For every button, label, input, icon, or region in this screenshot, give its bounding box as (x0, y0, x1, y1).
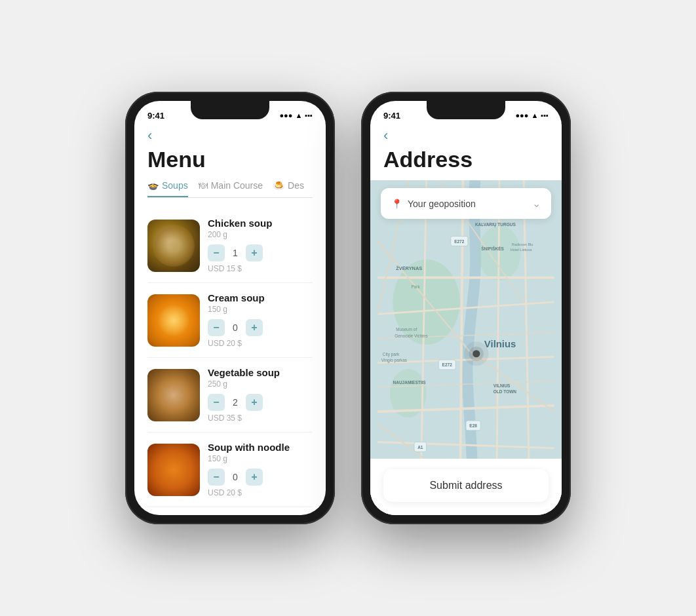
tab-soups[interactable]: 🍲 Soups (147, 180, 188, 197)
qty-decrease-3[interactable]: − (208, 394, 225, 411)
signal-icon-2: ●●● (515, 111, 528, 119)
qty-increase-1[interactable]: + (246, 244, 263, 261)
svg-text:Park: Park (411, 284, 420, 289)
soups-tab-icon: 🍲 (147, 180, 159, 191)
desserts-tab-icon: 🍮 (273, 180, 284, 191)
phone-screen-2: 9:41 ●●● ▲ ▪▪▪ ‹ Address (370, 101, 562, 515)
qty-row-2: − 0 + (208, 319, 313, 336)
food-image-cream-soup (147, 294, 200, 347)
geoposition-label: Your geoposition (408, 199, 476, 209)
qty-decrease-2[interactable]: − (208, 319, 225, 336)
time-1: 9:41 (147, 111, 164, 121)
wifi-icon-2: ▲ (531, 111, 538, 119)
svg-text:Vingio parkas: Vingio parkas (381, 358, 408, 363)
food-weight-4: 150 g (208, 454, 313, 463)
address-header: ‹ Address (370, 125, 562, 180)
qty-row-3: − 2 + (208, 394, 313, 411)
food-info-noodle-soup: Soup with noodle 150 g − 0 + USD 20 $ (208, 442, 313, 497)
qty-increase-3[interactable]: + (246, 394, 263, 411)
tab-main-course[interactable]: 🍽 Main Course (199, 180, 263, 197)
svg-text:Museum of: Museum of (396, 327, 417, 332)
food-weight-2: 150 g (208, 305, 313, 314)
svg-text:NAUJAMIESTIIS: NAUJAMIESTIIS (393, 380, 427, 385)
svg-text:OLD TOWN: OLD TOWN (493, 389, 517, 394)
chevron-down-icon: ⌄ (532, 197, 541, 210)
svg-text:E272: E272 (454, 239, 465, 244)
status-icons-1: ●●● ▲ ▪▪▪ (279, 111, 313, 119)
svg-text:VILNIUS: VILNIUS (493, 383, 511, 388)
svg-text:ŠNIPIŠKĖS: ŠNIPIŠKĖS (481, 246, 504, 251)
qty-increase-2[interactable]: + (246, 319, 263, 336)
phone-address: 9:41 ●●● ▲ ▪▪▪ ‹ Address (361, 92, 571, 524)
tabs-row: 🍲 Soups 🍽 Main Course 🍮 Des (147, 180, 313, 198)
food-info-cream-soup: Cream soup 150 g − 0 + USD 20 $ (208, 292, 313, 348)
qty-increase-4[interactable]: + (246, 469, 263, 486)
food-image-chicken-soup (147, 220, 200, 272)
main-course-tab-icon: 🍽 (199, 180, 208, 191)
desserts-tab-label: Des (288, 180, 304, 191)
food-item-cream-soup: Cream soup 150 g − 0 + USD 20 $ (147, 283, 313, 358)
submit-address-button[interactable]: Submit address (383, 469, 549, 502)
battery-icon-2: ▪▪▪ (541, 111, 549, 119)
food-item-noodle-soup: Soup with noodle 150 g − 0 + USD 20 $ (147, 433, 313, 507)
svg-text:A1: A1 (417, 445, 423, 450)
food-info-chicken-soup: Chicken soup 200 g − 1 + USD 15 $ (208, 218, 313, 273)
notch-2 (427, 101, 505, 119)
svg-text:Vilnius: Vilnius (484, 339, 516, 350)
notch-1 (191, 101, 269, 119)
menu-title: Menu (147, 147, 313, 172)
qty-val-3: 2 (230, 397, 241, 408)
qty-decrease-4[interactable]: − (208, 469, 225, 486)
svg-text:E28: E28 (469, 423, 477, 428)
qty-decrease-1[interactable]: − (208, 244, 225, 261)
food-name-3: Vegetable soup (208, 367, 313, 378)
time-2: 9:41 (383, 111, 400, 121)
svg-text:Hotel Lietuva: Hotel Lietuva (511, 248, 532, 252)
food-weight-1: 200 g (208, 230, 313, 239)
svg-text:KALVARIŲ TURGUS: KALVARIŲ TURGUS (475, 222, 516, 227)
phone-menu: 9:41 ●●● ▲ ▪▪▪ ‹ Menu 🍲 Soups 🍽 Main Cou… (125, 92, 335, 524)
food-price-2: USD 20 $ (208, 339, 313, 348)
soups-tab-label: Soups (162, 180, 188, 191)
menu-content: ‹ Menu 🍲 Soups 🍽 Main Course 🍮 Des (134, 125, 326, 515)
address-content: ‹ Address (370, 125, 562, 515)
svg-text:City park: City park (383, 352, 400, 357)
geoposition-dropdown[interactable]: 📍 Your geoposition ⌄ (381, 188, 551, 219)
geo-left: 📍 Your geoposition (391, 199, 476, 209)
qty-row-1: − 1 + (208, 244, 313, 261)
back-button-menu[interactable]: ‹ (147, 127, 152, 144)
qty-val-2: 0 (230, 322, 241, 333)
food-weight-3: 250 g (208, 379, 313, 389)
food-item-chicken-soup: Chicken soup 200 g − 1 + USD 15 $ (147, 208, 313, 283)
tab-desserts[interactable]: 🍮 Des (273, 180, 304, 197)
qty-val-1: 1 (230, 248, 241, 258)
qty-val-4: 0 (230, 472, 241, 482)
food-image-vegetable-soup (147, 369, 200, 421)
status-icons-2: ●●● ▲ ▪▪▪ (515, 111, 549, 119)
svg-text:Radisson Blu: Radisson Blu (512, 242, 533, 246)
location-pin-icon: 📍 (391, 199, 402, 209)
food-price-4: USD 20 $ (208, 488, 313, 497)
map-container: E272 E272 E28 A1 ŽVĖRYNAS NAUJAMIESTIIS (370, 180, 562, 515)
qty-row-4: − 0 + (208, 469, 313, 486)
submit-btn-wrapper: Submit address (370, 459, 562, 515)
address-title: Address (383, 147, 549, 172)
food-item-vegetable-soup: Vegetable soup 250 g − 2 + USD 35 $ (147, 358, 313, 433)
food-name-2: Cream soup (208, 292, 313, 303)
food-image-noodle-soup (147, 444, 200, 496)
battery-icon: ▪▪▪ (305, 111, 313, 119)
phone-screen-1: 9:41 ●●● ▲ ▪▪▪ ‹ Menu 🍲 Soups 🍽 Main Cou… (134, 101, 326, 515)
main-course-tab-label: Main Course (211, 180, 263, 191)
food-price-1: USD 15 $ (208, 264, 313, 273)
food-price-3: USD 35 $ (208, 414, 313, 423)
svg-text:E272: E272 (442, 362, 453, 367)
food-name-4: Soup with noodle (208, 442, 313, 453)
food-name-1: Chicken soup (208, 218, 313, 229)
food-info-vegetable-soup: Vegetable soup 250 g − 2 + USD 35 $ (208, 367, 313, 423)
back-button-address[interactable]: ‹ (383, 127, 388, 144)
signal-icon: ●●● (279, 111, 292, 119)
svg-text:Genocide Victims: Genocide Victims (395, 334, 428, 338)
svg-text:ŽVĖRYNAS: ŽVĖRYNAS (396, 266, 422, 272)
wifi-icon: ▲ (295, 111, 302, 119)
